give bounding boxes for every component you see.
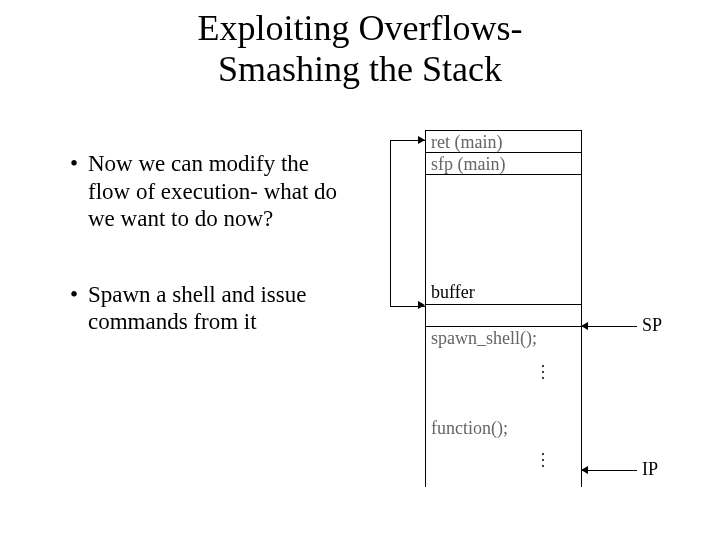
sp-pointer-line xyxy=(582,326,637,327)
stack-cell-sfp: sfp (main) xyxy=(426,153,581,175)
vertical-dots-icon: ... xyxy=(541,359,545,377)
title-line-1: Exploiting Overflows- xyxy=(198,8,523,48)
bullet-item: • Now we can modify the flow of executio… xyxy=(70,150,350,233)
buffer-label: buffer xyxy=(431,282,475,303)
slide: Exploiting Overflows- Smashing the Stack… xyxy=(0,0,720,540)
title-line-2: Smashing the Stack xyxy=(218,49,502,89)
bullet-list: • Now we can modify the flow of executio… xyxy=(70,150,350,384)
sp-label: SP xyxy=(642,315,662,336)
slide-title: Exploiting Overflows- Smashing the Stack xyxy=(0,0,720,91)
arrow-right-icon xyxy=(418,136,425,144)
stack-cell-buffer: buffer xyxy=(426,175,581,305)
stack-frame: ret (main) sfp (main) buffer spawn_shell… xyxy=(425,130,582,487)
stack-cell-spawn: spawn_shell(); ... xyxy=(426,327,581,417)
vertical-dots-icon: ... xyxy=(541,447,545,465)
func-label: function(); xyxy=(431,418,508,438)
bullet-dot-icon: • xyxy=(70,150,88,233)
stack-diagram: ret (main) sfp (main) buffer spawn_shell… xyxy=(370,120,710,500)
arrow-left-icon xyxy=(581,466,588,474)
ip-pointer-line xyxy=(582,470,637,471)
arrow-right-icon xyxy=(418,301,425,309)
bullet-text: Spawn a shell and issue commands from it xyxy=(88,281,350,336)
arrow-left-icon xyxy=(581,322,588,330)
bullet-text: Now we can modify the flow of execution-… xyxy=(88,150,350,233)
spawn-label: spawn_shell(); xyxy=(431,328,537,348)
stack-cell-func: function(); ... xyxy=(426,417,581,487)
stack-cell-ret: ret (main) xyxy=(426,131,581,153)
bullet-dot-icon: • xyxy=(70,281,88,336)
stack-cell-gap xyxy=(426,305,581,327)
bullet-item: • Spawn a shell and issue commands from … xyxy=(70,281,350,336)
overflow-arrow-connector xyxy=(390,140,426,307)
ip-label: IP xyxy=(642,459,658,480)
